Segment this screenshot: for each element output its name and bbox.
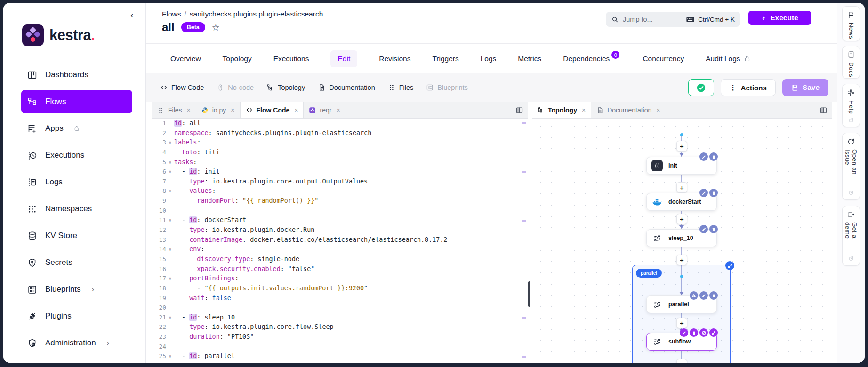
close-tab-icon[interactable]: × bbox=[187, 106, 191, 114]
add-task-button[interactable]: + bbox=[676, 359, 687, 363]
fold-chevron-icon[interactable]: ∨ bbox=[166, 245, 174, 255]
add-task-button[interactable]: + bbox=[676, 141, 687, 152]
add-task-button[interactable]: + bbox=[676, 318, 687, 328]
sidebar-item-flows[interactable]: Flows bbox=[21, 90, 132, 113]
task-node-subflow[interactable]: subflow bbox=[646, 333, 717, 351]
code-line[interactable]: 17 ∨ portBindings: bbox=[152, 274, 528, 284]
code-line[interactable]: 25 ∨ - id: parallel bbox=[152, 351, 528, 361]
tab-dependencies[interactable]: Dependencies 0 bbox=[563, 55, 621, 63]
tab-executions[interactable]: Executions bbox=[273, 55, 309, 63]
sidebar-item-dashboards[interactable]: Dashboards bbox=[21, 63, 132, 87]
code-line[interactable]: 24 bbox=[152, 342, 528, 352]
tab-overview[interactable]: Overview bbox=[170, 55, 201, 63]
fold-chevron-icon[interactable]: ∨ bbox=[166, 313, 174, 323]
code-editor[interactable]: 1 id: all 2 namespace: sanitychecks.plug… bbox=[152, 119, 528, 363]
editor-tab-reqr[interactable]: reqr × bbox=[304, 102, 346, 118]
fold-chevron-icon[interactable]: ∨ bbox=[166, 215, 174, 225]
code-line[interactable]: 19 wait: false bbox=[152, 294, 528, 303]
fold-chevron-icon[interactable]: ∨ bbox=[166, 158, 174, 168]
code-line[interactable]: 11 ∨ - id: dockerStart bbox=[152, 215, 528, 225]
fold-chevron-icon[interactable]: ∨ bbox=[166, 274, 174, 284]
close-tab-icon[interactable]: × bbox=[336, 106, 340, 114]
sidebar-item-logs[interactable]: Logs bbox=[21, 170, 132, 194]
execute-button[interactable]: Execute bbox=[748, 11, 811, 25]
breadcrumb-root[interactable]: Flows bbox=[162, 10, 181, 18]
sidebar-item-kv-store[interactable]: KV Store bbox=[21, 224, 132, 247]
code-line[interactable]: 4 toto: titi bbox=[152, 148, 528, 158]
toolbar-blueprints[interactable]: Blueprints bbox=[426, 84, 467, 91]
favorite-star-icon[interactable]: ☆ bbox=[212, 22, 220, 33]
sidebar-item-blueprints[interactable]: Blueprints › bbox=[21, 278, 132, 301]
add-task-button[interactable]: + bbox=[676, 214, 687, 224]
code-line[interactable]: 23 duration: "PT10S" bbox=[152, 332, 528, 342]
tab-triggers[interactable]: Triggers bbox=[432, 55, 458, 63]
split-panel-icon[interactable] bbox=[515, 106, 523, 114]
edit-task-icon[interactable] bbox=[699, 152, 708, 161]
delete-task-icon[interactable] bbox=[709, 152, 718, 161]
validation-status-button[interactable] bbox=[688, 79, 714, 96]
edit-source-icon[interactable] bbox=[699, 328, 708, 337]
delete-task-icon[interactable] bbox=[709, 291, 718, 300]
sidebar-item-secrets[interactable]: Secrets bbox=[21, 251, 132, 274]
sidebar-item-executions[interactable]: Executions bbox=[21, 144, 132, 167]
sidebar-item-plugins[interactable]: Plugins bbox=[21, 304, 132, 328]
tab-edit[interactable]: Edit bbox=[330, 50, 357, 67]
edit-task-icon[interactable] bbox=[699, 291, 708, 300]
code-line[interactable]: 7 type: io.kestra.plugin.core.output.Out… bbox=[152, 177, 528, 187]
tab-audit-logs[interactable]: Audit Logs bbox=[706, 55, 750, 63]
close-tab-icon[interactable]: × bbox=[294, 106, 298, 114]
editor-tab-flow-code[interactable]: Flow Code × bbox=[241, 102, 304, 118]
actions-button[interactable]: ⋮ Actions bbox=[721, 79, 776, 96]
code-line[interactable]: 10 bbox=[152, 206, 528, 216]
edit-task-icon[interactable] bbox=[680, 328, 688, 337]
toolbar-files[interactable]: Files bbox=[388, 84, 414, 91]
rail-help-button[interactable]: Help bbox=[842, 84, 860, 127]
delete-task-icon[interactable] bbox=[709, 189, 718, 197]
tab-topology[interactable]: Topology bbox=[223, 55, 252, 63]
rail-open-an-issue-button[interactable]: Open an Issue bbox=[842, 133, 860, 200]
task-node-sleep10[interactable]: sleep_10 bbox=[646, 229, 717, 247]
delete-task-icon[interactable] bbox=[709, 225, 718, 233]
fold-chevron-icon[interactable]: ∨ bbox=[166, 167, 174, 177]
topology-tab-documentation[interactable]: Documentation × bbox=[591, 102, 666, 118]
add-task-button[interactable]: + bbox=[676, 182, 687, 193]
collapse-sidebar-button[interactable]: ‹ bbox=[130, 10, 133, 19]
panel-scrollbar[interactable] bbox=[528, 281, 530, 307]
code-line[interactable]: 12 type: io.kestra.plugin.docker.Run bbox=[152, 225, 528, 235]
rail-docs-button[interactable]: Docs bbox=[842, 46, 860, 79]
tab-concurrency[interactable]: Concurrency bbox=[643, 55, 684, 63]
close-tab-icon[interactable]: × bbox=[656, 106, 660, 114]
breadcrumb[interactable]: Flows/sanitychecks.plugins.plugin-elasti… bbox=[162, 10, 323, 18]
code-line[interactable]: 14 ∨ env: bbox=[152, 245, 528, 255]
code-line[interactable]: 18 - "{{ outputs.init.values.randomPort … bbox=[152, 284, 528, 294]
topology-tab-topology[interactable]: Topology × bbox=[532, 102, 591, 118]
code-line[interactable]: 8 ∨ values: bbox=[152, 186, 528, 196]
code-line[interactable]: 15 discovery.type: single-node bbox=[152, 255, 528, 264]
toolbar-flow-code[interactable]: Flow Code bbox=[160, 84, 204, 91]
toolbar-topology[interactable]: Topology bbox=[266, 84, 305, 91]
edit-task-icon[interactable] bbox=[699, 225, 708, 233]
sidebar-item-administration[interactable]: Administration › bbox=[21, 331, 132, 355]
code-line[interactable]: 3 ∨ labels: bbox=[152, 138, 528, 148]
split-panel-icon[interactable] bbox=[820, 106, 828, 114]
sidebar-item-namespaces[interactable]: Namespaces bbox=[21, 197, 132, 221]
rail-get-a-demo-button[interactable]: Get a demo bbox=[842, 206, 860, 266]
toolbar-no-code[interactable]: No-code bbox=[217, 84, 254, 91]
code-line[interactable]: 2 namespace: sanitychecks.plugins.plugin… bbox=[152, 128, 528, 138]
fold-chevron-icon[interactable]: ∨ bbox=[166, 186, 174, 196]
close-tab-icon[interactable]: × bbox=[582, 106, 586, 114]
close-tab-icon[interactable]: × bbox=[231, 106, 234, 114]
editor-tab-files[interactable]: Files × bbox=[152, 102, 196, 118]
tab-logs[interactable]: Logs bbox=[481, 55, 497, 63]
code-line[interactable]: 20 bbox=[152, 303, 528, 313]
task-node-parallel[interactable]: parallel bbox=[646, 295, 717, 313]
code-line[interactable]: 6 ∨ - id: init bbox=[152, 167, 528, 177]
topology-canvas[interactable]: parallel + + + + + + bbox=[532, 119, 832, 363]
cluster-collapse-icon[interactable] bbox=[725, 261, 734, 270]
task-node-init[interactable]: init bbox=[646, 157, 717, 175]
breadcrumb-path[interactable]: sanitychecks.plugins.plugin-elasticsearc… bbox=[190, 10, 323, 18]
fold-chevron-icon[interactable]: ∨ bbox=[166, 138, 174, 148]
fold-chevron-icon[interactable]: ∨ bbox=[166, 351, 174, 361]
edit-task-icon[interactable] bbox=[699, 189, 708, 197]
tab-revisions[interactable]: Revisions bbox=[379, 55, 410, 63]
